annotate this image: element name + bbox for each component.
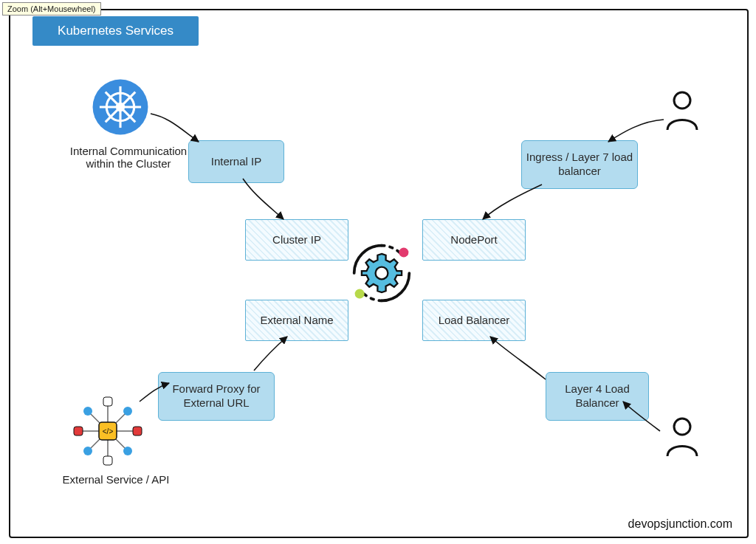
svg-point-26	[123, 447, 132, 455]
svg-point-7	[674, 92, 690, 109]
svg-point-29	[376, 267, 388, 280]
kubernetes-wheel-icon	[92, 78, 149, 136]
user-icon	[664, 90, 701, 131]
attribution: devopsjunction.com	[628, 517, 732, 531]
box-cluster-ip: Cluster IP	[245, 219, 348, 261]
svg-rect-19	[103, 397, 112, 406]
diagram-title: Kubernetes Services	[58, 24, 173, 38]
zoom-tooltip: Zoom (Alt+Mousewheel)	[2, 2, 101, 16]
svg-rect-22	[133, 427, 142, 435]
svg-text:</>: </>	[103, 427, 114, 435]
box-forward-proxy: Forward Proxy for External URL	[158, 372, 275, 421]
svg-point-27	[399, 247, 408, 257]
box-external-name: External Name	[245, 300, 348, 341]
api-mesh-icon: </>	[71, 394, 145, 468]
gear-orbit-icon	[340, 232, 423, 314]
user-icon	[664, 416, 701, 458]
caption-internal-comm: Internal Communication within the Cluste…	[62, 145, 195, 170]
diagram-frame: Kubernetes Services Internal Communicati…	[9, 9, 749, 538]
caption-external-api: External Service / API	[61, 473, 171, 486]
box-internal-ip: Internal IP	[188, 140, 284, 183]
box-load-balancer: Load Balancer	[422, 300, 526, 341]
svg-point-24	[123, 407, 132, 416]
svg-rect-20	[103, 456, 112, 465]
svg-point-25	[83, 447, 92, 455]
box-nodeport: NodePort	[422, 219, 526, 261]
svg-point-28	[355, 289, 365, 298]
svg-point-23	[83, 407, 92, 416]
svg-rect-21	[74, 427, 83, 435]
box-l4-lb: Layer 4 Load Balancer	[546, 372, 649, 421]
svg-point-8	[674, 419, 690, 435]
box-ingress-l7: Ingress / Layer 7 load balancer	[521, 140, 638, 189]
diagram-title-banner: Kubernetes Services	[32, 16, 199, 46]
